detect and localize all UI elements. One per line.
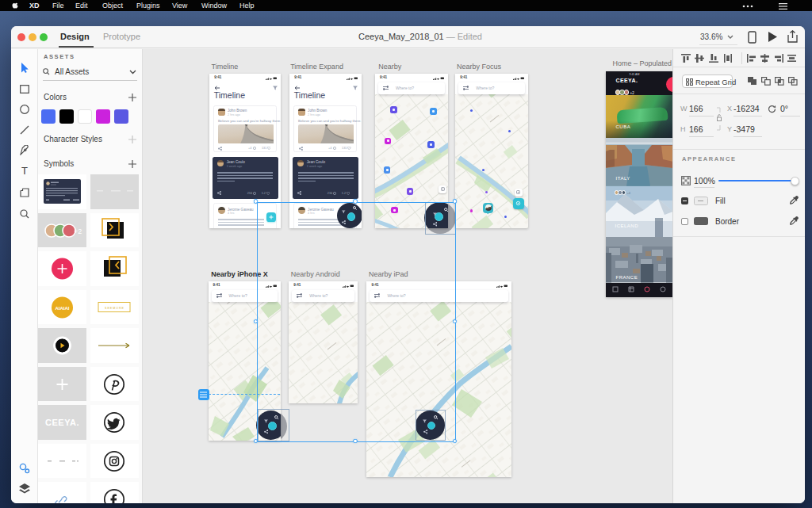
svg-text:S E E M O R E: S E E M O R E [105, 306, 124, 309]
svg-text:CEEYA.: CEEYA. [45, 418, 79, 427]
svg-text:+2: +2 [74, 227, 82, 235]
svg-text:AIAIAI: AIAIAI [56, 305, 70, 310]
